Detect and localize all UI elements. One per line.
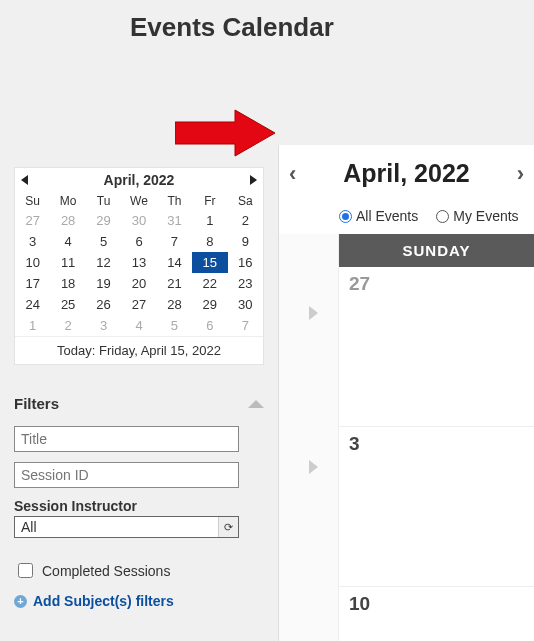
big-cal-next-icon[interactable]: › — [517, 161, 524, 187]
mini-cal-day[interactable]: 20 — [121, 273, 156, 294]
mini-cal-dow: Mo — [50, 192, 85, 210]
mini-cal-day[interactable]: 24 — [15, 294, 50, 315]
radio-off-icon — [436, 210, 449, 223]
mini-cal-title: April, 2022 — [28, 172, 250, 188]
mini-cal-day[interactable]: 6 — [192, 315, 227, 336]
mini-cal-day[interactable]: 2 — [50, 315, 85, 336]
lookup-icon[interactable]: ⟳ — [218, 517, 238, 537]
svg-marker-0 — [175, 110, 275, 156]
expand-row-icon[interactable] — [309, 306, 318, 320]
mini-cal-day[interactable]: 13 — [121, 252, 156, 273]
mini-cal-day[interactable]: 2 — [228, 210, 263, 231]
mini-cal-day[interactable]: 12 — [86, 252, 121, 273]
my-events-label: My Events — [453, 208, 518, 224]
mini-cal-dow: Tu — [86, 192, 121, 210]
mini-cal-day[interactable]: 26 — [86, 294, 121, 315]
add-subject-filters-label: Add Subject(s) filters — [33, 593, 174, 609]
mini-cal-day[interactable]: 9 — [228, 231, 263, 252]
mini-cal-day[interactable]: 11 — [50, 252, 85, 273]
big-cal-cell[interactable]: 3 — [339, 427, 534, 587]
mini-cal-day[interactable]: 1 — [15, 315, 50, 336]
big-cal-cell[interactable]: 27 — [339, 267, 534, 427]
mini-cal-dow: Fr — [192, 192, 227, 210]
collapse-icon[interactable] — [248, 400, 264, 408]
mini-cal-day[interactable]: 30 — [228, 294, 263, 315]
big-cal-cell[interactable]: 10 — [339, 587, 534, 641]
big-cal-prev-icon[interactable]: ‹ — [289, 161, 296, 187]
all-events-radio[interactable]: All Events — [339, 208, 418, 224]
filters-header: Filters — [14, 395, 59, 412]
mini-cal-day[interactable]: 3 — [86, 315, 121, 336]
radio-on-icon — [339, 210, 352, 223]
mini-cal-day[interactable]: 17 — [15, 273, 50, 294]
mini-cal-day[interactable]: 3 — [15, 231, 50, 252]
mini-cal-day[interactable]: 27 — [15, 210, 50, 231]
mini-cal-prev-icon[interactable] — [21, 175, 28, 185]
mini-cal-dow: Su — [15, 192, 50, 210]
mini-cal-day[interactable]: 21 — [157, 273, 192, 294]
mini-cal-day[interactable]: 18 — [50, 273, 85, 294]
mini-cal-day[interactable]: 1 — [192, 210, 227, 231]
all-events-label: All Events — [356, 208, 418, 224]
mini-cal-day[interactable]: 22 — [192, 273, 227, 294]
instructor-select[interactable]: All ⟳ — [14, 516, 239, 538]
big-cal-side-strip — [279, 234, 339, 641]
session-id-input[interactable] — [14, 462, 239, 488]
filters-panel: Filters Session Instructor All ⟳ Complet… — [14, 391, 264, 609]
mini-cal-day[interactable]: 28 — [50, 210, 85, 231]
instruction-arrow — [175, 108, 275, 158]
mini-cal-day[interactable]: 23 — [228, 273, 263, 294]
column-header-sunday: SUNDAY — [339, 234, 534, 267]
completed-sessions-label: Completed Sessions — [42, 563, 170, 579]
mini-cal-today[interactable]: Today: Friday, April 15, 2022 — [15, 336, 263, 364]
page-title: Events Calendar — [0, 0, 534, 47]
expand-row-icon[interactable] — [309, 460, 318, 474]
mini-cal-day[interactable]: 27 — [121, 294, 156, 315]
mini-cal-day[interactable]: 6 — [121, 231, 156, 252]
add-subject-filters-link[interactable]: + Add Subject(s) filters — [14, 593, 264, 609]
mini-cal-day[interactable]: 4 — [121, 315, 156, 336]
mini-cal-day[interactable]: 10 — [15, 252, 50, 273]
mini-cal-dow: We — [121, 192, 156, 210]
mini-cal-day[interactable]: 14 — [157, 252, 192, 273]
mini-cal-day[interactable]: 7 — [157, 231, 192, 252]
mini-cal-day[interactable]: 5 — [157, 315, 192, 336]
mini-cal-dow: Th — [157, 192, 192, 210]
instructor-label: Session Instructor — [14, 498, 264, 514]
mini-calendar: April, 2022 SuMoTuWeThFrSa 2728293031123… — [14, 167, 264, 365]
mini-cal-day[interactable]: 19 — [86, 273, 121, 294]
mini-cal-next-icon[interactable] — [250, 175, 257, 185]
mini-cal-day[interactable]: 4 — [50, 231, 85, 252]
mini-cal-day[interactable]: 16 — [228, 252, 263, 273]
my-events-radio[interactable]: My Events — [436, 208, 518, 224]
mini-cal-day[interactable]: 28 — [157, 294, 192, 315]
mini-cal-day[interactable]: 8 — [192, 231, 227, 252]
mini-cal-day[interactable]: 15 — [192, 252, 227, 273]
mini-cal-day[interactable]: 29 — [86, 210, 121, 231]
mini-cal-day[interactable]: 7 — [228, 315, 263, 336]
mini-cal-day[interactable]: 30 — [121, 210, 156, 231]
mini-cal-day[interactable]: 25 — [50, 294, 85, 315]
big-cal-title: April, 2022 — [343, 159, 469, 188]
mini-cal-day[interactable]: 29 — [192, 294, 227, 315]
instructor-value: All — [15, 517, 218, 537]
mini-cal-day[interactable]: 31 — [157, 210, 192, 231]
mini-cal-day[interactable]: 5 — [86, 231, 121, 252]
mini-cal-dow: Sa — [228, 192, 263, 210]
title-input[interactable] — [14, 426, 239, 452]
completed-sessions-checkbox[interactable] — [18, 563, 33, 578]
plus-icon: + — [14, 595, 27, 608]
completed-sessions-row[interactable]: Completed Sessions — [14, 560, 264, 581]
